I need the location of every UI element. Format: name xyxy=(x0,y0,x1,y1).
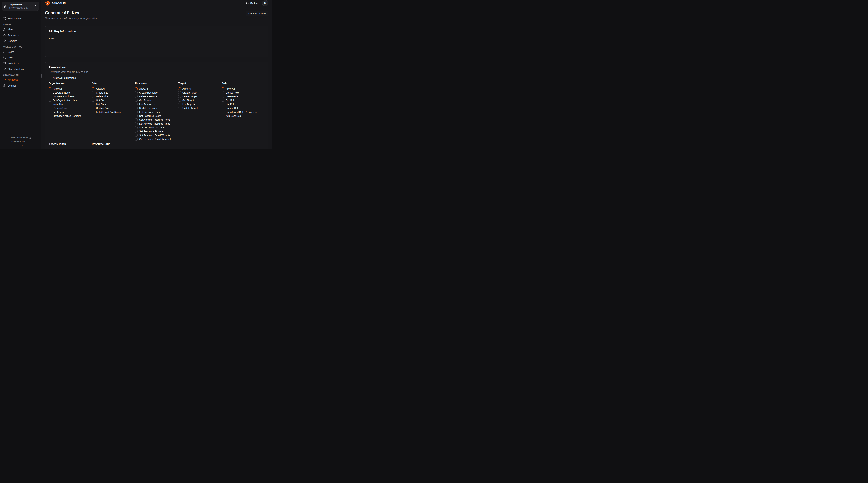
permission-row-target-allow-all[interactable]: Allow All xyxy=(178,87,221,91)
checkbox-resource-list-allowed-resource-roles[interactable] xyxy=(135,122,138,125)
permission-row-resource-get-resource-email-whitelist[interactable]: Get Resource Email Whitelist xyxy=(135,137,178,141)
sidebar-item-settings[interactable]: Settings xyxy=(3,83,38,89)
organization-selector[interactable]: Organization milo@fossorial.io's ... xyxy=(2,2,39,11)
checkbox-organization-get-organization[interactable] xyxy=(49,91,51,94)
sidebar-item-sites[interactable]: Sites xyxy=(3,27,38,32)
permission-row-resource-get-resource[interactable]: Get Resource xyxy=(135,98,178,102)
checkbox-resource-set-resource-email-whitelist[interactable] xyxy=(135,134,138,136)
checkbox-site-get-site[interactable] xyxy=(92,99,94,102)
permission-row-organization-get-organization-user[interactable]: Get Organization User xyxy=(49,98,92,102)
checkbox-organization-remove-user[interactable] xyxy=(49,107,51,109)
allow-all-permissions-row[interactable]: Allow All Permissions xyxy=(49,76,265,79)
theme-toggle[interactable]: System xyxy=(246,2,258,4)
permission-row-site-delete-site[interactable]: Delete Site xyxy=(92,95,135,98)
permission-row-resource-create-resource[interactable]: Create Resource xyxy=(135,91,178,94)
permission-row-site-allow-all[interactable]: Allow All xyxy=(92,87,135,91)
user-avatar[interactable]: M xyxy=(262,0,268,6)
permission-row-resource-list-resources[interactable]: List Resources xyxy=(135,102,178,106)
permission-row-site-update-site[interactable]: Update Site xyxy=(92,106,135,110)
checkbox-site-delete-site[interactable] xyxy=(92,95,94,98)
checkbox-resource-delete-resource[interactable] xyxy=(135,95,138,98)
permission-row-target-delete-target[interactable]: Delete Target xyxy=(178,95,221,98)
checkbox-resource-get-resource[interactable] xyxy=(135,99,138,102)
checkbox-site-list-sites[interactable] xyxy=(92,103,94,105)
checkbox-role-update-role[interactable] xyxy=(221,107,224,109)
permission-row-organization-get-organization[interactable]: Get Organization xyxy=(49,91,92,94)
community-edition-link[interactable]: Community Edition xyxy=(0,136,41,140)
checkbox-target-delete-target[interactable] xyxy=(178,95,181,98)
permission-row-resource-allow-all[interactable]: Allow All xyxy=(135,87,178,91)
sidebar-item-resources[interactable]: Resources xyxy=(3,32,38,38)
checkbox-target-update-target[interactable] xyxy=(178,107,181,109)
checkbox-role-list-allowed-role-resources[interactable] xyxy=(221,111,224,113)
permission-row-target-update-target[interactable]: Update Target xyxy=(178,106,221,110)
checkbox-role-create-role[interactable] xyxy=(221,91,224,94)
permission-row-target-get-target[interactable]: Get Target xyxy=(178,98,221,102)
permission-row-role-allow-all[interactable]: Allow All xyxy=(221,87,265,91)
permission-row-organization-invite-user[interactable]: Invite User xyxy=(49,102,92,106)
permission-row-role-get-role[interactable]: Get Role xyxy=(221,98,265,102)
permission-row-resource-set-resource-pincode[interactable]: Set Resource Pincode xyxy=(135,129,178,133)
sidebar-item-shareable-links[interactable]: Shareable Links xyxy=(3,66,38,72)
permission-row-organization-remove-user[interactable]: Remove User xyxy=(49,106,92,110)
permission-row-role-list-roles[interactable]: List Roles xyxy=(221,102,265,106)
checkbox-resource-list-resources[interactable] xyxy=(135,103,138,105)
permission-row-role-update-role[interactable]: Update Role xyxy=(221,106,265,110)
permission-row-target-create-target[interactable]: Create Target xyxy=(178,91,221,94)
sidebar-item-domains[interactable]: Domains xyxy=(3,38,38,44)
allow-all-permissions-checkbox[interactable] xyxy=(49,77,51,79)
checkbox-resource-list-resource-users[interactable] xyxy=(135,111,138,113)
checkbox-target-create-target[interactable] xyxy=(178,91,181,94)
permission-row-resource-set-allowed-resource-roles[interactable]: Set Allowed Resource Roles xyxy=(135,118,178,122)
checkbox-role-get-role[interactable] xyxy=(221,99,224,102)
checkbox-role-allow-all[interactable] xyxy=(221,88,224,90)
checkbox-site-list-allowed-site-roles[interactable] xyxy=(92,111,94,113)
name-input[interactable] xyxy=(49,41,141,46)
checkbox-site-update-site[interactable] xyxy=(92,107,94,109)
permission-row-organization-list-organization-domains[interactable]: List Organization Domains xyxy=(49,114,92,118)
permission-row-organization-allow-all[interactable]: Allow All xyxy=(49,87,92,91)
permission-row-resource-list-allowed-resource-roles[interactable]: List Allowed Resource Roles xyxy=(135,122,178,126)
permission-row-role-create-role[interactable]: Create Role xyxy=(221,91,265,94)
checkbox-resource-set-resource-users[interactable] xyxy=(135,115,138,117)
permission-row-role-delete-role[interactable]: Delete Role xyxy=(221,95,265,98)
permission-row-resource-list-resource-users[interactable]: List Resource Users xyxy=(135,110,178,114)
permission-row-resource-delete-resource[interactable]: Delete Resource xyxy=(135,95,178,98)
checkbox-role-add-user-role[interactable] xyxy=(221,115,224,117)
checkbox-resource-update-resource[interactable] xyxy=(135,107,138,109)
checkbox-target-list-targets[interactable] xyxy=(178,103,181,105)
checkbox-role-delete-role[interactable] xyxy=(221,95,224,98)
checkbox-target-allow-all[interactable] xyxy=(178,88,181,90)
checkbox-resource-allow-all[interactable] xyxy=(135,88,138,90)
permission-row-target-list-targets[interactable]: List Targets xyxy=(178,102,221,106)
permission-row-site-list-sites[interactable]: List Sites xyxy=(92,102,135,106)
permission-row-resource-update-resource[interactable]: Update Resource xyxy=(135,106,178,110)
checkbox-organization-update-organization[interactable] xyxy=(49,95,51,98)
permission-row-organization-update-organization[interactable]: Update Organization xyxy=(49,95,92,98)
checkbox-organization-list-organization-domains[interactable] xyxy=(49,115,51,117)
checkbox-role-list-roles[interactable] xyxy=(221,103,224,105)
checkbox-resource-set-resource-password[interactable] xyxy=(135,126,138,129)
checkbox-resource-set-resource-pincode[interactable] xyxy=(135,130,138,133)
checkbox-resource-create-resource[interactable] xyxy=(135,91,138,94)
brand-logo[interactable]: PANGOLIN xyxy=(45,1,66,6)
checkbox-target-get-target[interactable] xyxy=(178,99,181,102)
see-all-api-keys-button[interactable]: See All API Keys xyxy=(246,11,268,17)
permission-row-site-list-allowed-site-roles[interactable]: List Allowed Site Roles xyxy=(92,110,135,114)
checkbox-organization-invite-user[interactable] xyxy=(49,103,51,105)
checkbox-organization-allow-all[interactable] xyxy=(49,88,51,90)
sidebar-item-api-keys[interactable]: API Keys xyxy=(3,77,38,83)
permission-row-role-list-allowed-role-resources[interactable]: List Allowed Role Resources xyxy=(221,110,265,114)
sidebar-item-invitations[interactable]: Invitations xyxy=(3,60,38,66)
permission-row-role-add-user-role[interactable]: Add User Role xyxy=(221,114,265,118)
permission-row-resource-set-resource-email-whitelist[interactable]: Set Resource Email Whitelist xyxy=(135,133,178,137)
sidebar-item-users[interactable]: Users xyxy=(3,49,38,55)
checkbox-site-create-site[interactable] xyxy=(92,91,94,94)
sidebar-item-roles[interactable]: Roles xyxy=(3,55,38,60)
checkbox-resource-set-allowed-resource-roles[interactable] xyxy=(135,119,138,121)
checkbox-site-allow-all[interactable] xyxy=(92,88,94,90)
checkbox-organization-list-users[interactable] xyxy=(49,111,51,113)
permission-row-organization-list-users[interactable]: List Users xyxy=(49,110,92,114)
sidebar-scrollbar-thumb[interactable] xyxy=(41,73,42,77)
documentation-link[interactable]: Documentation xyxy=(0,140,41,143)
